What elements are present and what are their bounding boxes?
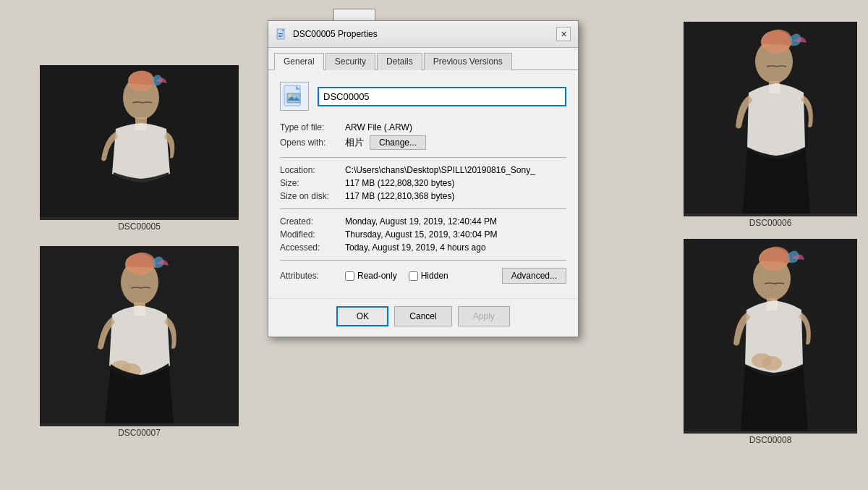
svg-rect-21 (278, 33, 283, 34)
dialog-footer: OK Cancel Apply (268, 298, 578, 337)
opens-label: Opens with: (280, 138, 345, 148)
photo-bottom-left-label: DSC00007 (40, 426, 239, 439)
photo-bottom-right: DSC00008 (684, 239, 857, 447)
readonly-checkbox[interactable] (345, 271, 354, 281)
file-header (280, 82, 566, 111)
tab-bar: General Security Details Previous Versio… (268, 48, 578, 70)
size-row: Size: 117 MB (122,808,320 bytes) (280, 178, 566, 188)
properties-dialog: DSC00005 Properties ✕ General Security D… (268, 20, 579, 337)
dialog-content: Type of file: ARW File (.ARW) Opens with… (268, 70, 578, 298)
opens-row: Opens with: 相片 Change... (280, 135, 566, 150)
svg-rect-23 (278, 36, 281, 37)
created-row: Created: Monday, August 19, 2019, 12:40:… (280, 216, 566, 227)
svg-rect-22 (278, 35, 283, 35)
file-icon-box (280, 82, 309, 111)
created-value: Monday, August 19, 2019, 12:40:44 PM (345, 216, 566, 227)
ok-button[interactable]: OK (336, 306, 388, 326)
divider-2 (280, 208, 566, 209)
attributes-options: Read-only Hidden Advanced... (345, 268, 566, 284)
size-disk-label: Size on disk: (280, 191, 345, 201)
dialog-titlebar: DSC00005 Properties ✕ (268, 21, 578, 48)
photo-bottom-right-label: DSC00008 (684, 434, 857, 447)
modified-value: Thursday, August 15, 2019, 3:40:04 PM (345, 229, 566, 240)
dialog-title-icon (276, 28, 287, 40)
photo-top-left-label: DSC00005 (40, 220, 239, 233)
type-value: ARW File (.ARW) (345, 122, 566, 132)
location-value: C:\Users\chans\Desktop\SPILL\20190816_So… (345, 165, 566, 175)
opens-value-row: 相片 Change... (345, 135, 566, 150)
hidden-checkbox[interactable] (409, 271, 418, 281)
titlebar-left: DSC00005 Properties (276, 28, 378, 40)
attributes-row: Attributes: Read-only Hidden Advanced... (280, 268, 566, 284)
modified-row: Modified: Thursday, August 15, 2019, 3:4… (280, 229, 566, 240)
photo-top-right-label: DSC00006 (684, 216, 857, 229)
tab-details[interactable]: Details (377, 53, 422, 70)
size-disk-value: 117 MB (122,810,368 bytes) (345, 191, 566, 201)
opens-value: 相片 (345, 136, 364, 149)
photo-top-right: DSC00006 (684, 22, 857, 229)
dialog-close-button[interactable]: ✕ (556, 27, 571, 41)
type-row: Type of file: ARW File (.ARW) (280, 122, 566, 132)
divider-1 (280, 157, 566, 158)
advanced-button[interactable]: Advanced... (502, 268, 566, 284)
photo-top-left: DSC00005 (40, 65, 239, 233)
hidden-label: Hidden (421, 271, 448, 281)
divider-3 (280, 260, 566, 261)
cancel-button[interactable]: Cancel (394, 306, 451, 326)
properties-section: Type of file: ARW File (.ARW) Opens with… (280, 122, 566, 284)
location-label: Location: (280, 165, 345, 175)
tab-general[interactable]: General (274, 53, 324, 70)
readonly-label: Read-only (357, 271, 397, 281)
readonly-checkbox-item[interactable]: Read-only (345, 271, 397, 281)
size-disk-row: Size on disk: 117 MB (122,810,368 bytes) (280, 191, 566, 201)
size-value: 117 MB (122,808,320 bytes) (345, 178, 566, 188)
hidden-checkbox-item[interactable]: Hidden (409, 271, 448, 281)
svg-point-26 (289, 94, 292, 97)
type-label: Type of file: (280, 122, 345, 132)
modified-label: Modified: (280, 229, 345, 240)
accessed-value: Today, August 19, 2019, 4 hours ago (345, 242, 566, 253)
apply-button[interactable]: Apply (458, 306, 510, 326)
size-label: Size: (280, 178, 345, 188)
dialog-title: DSC00005 Properties (293, 29, 378, 39)
file-icon (283, 85, 306, 108)
tab-security[interactable]: Security (326, 53, 375, 70)
svg-point-19 (762, 356, 782, 371)
accessed-label: Accessed: (280, 242, 345, 253)
photo-bottom-left: DSC00007 (40, 246, 239, 439)
attributes-label: Attributes: (280, 271, 345, 281)
location-row: Location: C:\Users\chans\Desktop\SPILL\2… (280, 165, 566, 175)
tab-previous-versions[interactable]: Previous Versions (424, 53, 512, 70)
change-button[interactable]: Change... (370, 135, 426, 150)
accessed-row: Accessed: Today, August 19, 2019, 4 hour… (280, 242, 566, 253)
created-label: Created: (280, 216, 345, 227)
file-name-input[interactable] (318, 87, 566, 106)
